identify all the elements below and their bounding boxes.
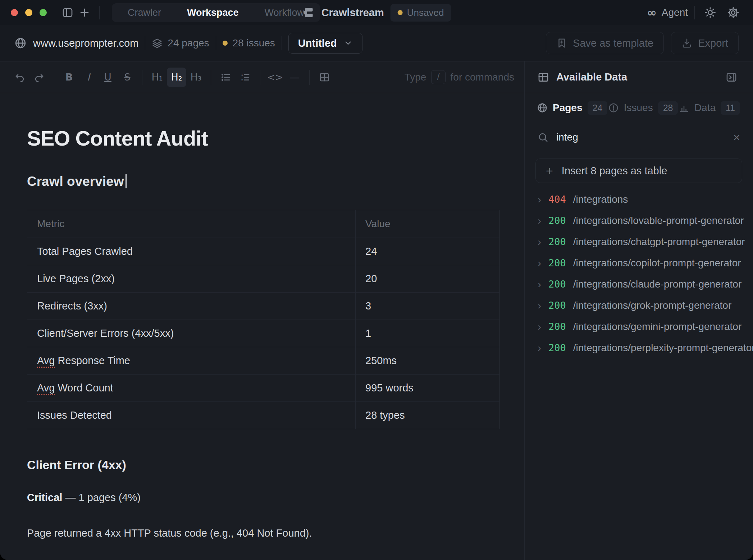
document-heading[interactable]: SEO Content Audit (27, 126, 500, 150)
hint-prefix: Type (405, 72, 426, 83)
page-list-item[interactable]: › 200 /integrations/claude-prompt-genera… (525, 274, 753, 295)
status-code: 200 (548, 279, 566, 290)
heading2-button[interactable]: H₂ (167, 68, 186, 87)
value-cell[interactable]: 20 (356, 265, 500, 293)
status-code: 200 (548, 215, 566, 226)
section-heading[interactable]: Crawl overview (27, 174, 500, 189)
bold-button[interactable]: B (59, 68, 79, 87)
severity-line[interactable]: Critical — 1 pages (4%) (27, 488, 500, 508)
status-code: 200 (548, 342, 566, 353)
value-cell[interactable]: 995 words (356, 375, 500, 402)
clear-search-button[interactable]: × (733, 132, 740, 143)
titlebar-divider (694, 6, 695, 19)
metric-text: Total Pages Crawled (37, 245, 133, 257)
heading3-button[interactable]: H₃ (186, 68, 206, 87)
chevron-right-icon[interactable]: › (538, 300, 541, 311)
theme-toggle-button[interactable] (701, 4, 719, 22)
redo-button[interactable] (29, 68, 49, 87)
page-list-item[interactable]: › 200 /integrations/perplexity-prompt-ge… (525, 337, 753, 358)
panel-tabs: Pages 24 Issues 28 Data 11 (525, 93, 753, 123)
numbered-list-button[interactable]: 12 (236, 68, 255, 87)
page-list-item[interactable]: › 200 /integrations/grok-prompt-generato… (525, 295, 753, 316)
value-cell[interactable]: 1 (356, 320, 500, 347)
search-input[interactable] (556, 132, 725, 143)
download-icon (681, 38, 692, 49)
svg-text:2: 2 (241, 78, 243, 82)
metric-cell[interactable]: Live Pages (2xx) (27, 265, 356, 293)
tab-data[interactable]: Data 11 (679, 101, 740, 115)
value-cell[interactable]: 250ms (356, 347, 500, 375)
metric-cell[interactable]: Avg Response Time (27, 347, 356, 375)
maximize-window-button[interactable] (40, 9, 47, 16)
value-cell[interactable]: 24 (356, 238, 500, 265)
sidebar-panel-icon (62, 7, 73, 18)
panel-header: Available Data (525, 61, 753, 93)
insert-table-button[interactable] (315, 68, 334, 87)
chevron-right-icon[interactable]: › (538, 321, 541, 332)
table-row: Redirects (3xx) 3 (27, 293, 500, 320)
metric-text: Client/Server Errors (4xx/5xx) (37, 327, 174, 339)
bullet-list-button[interactable] (216, 68, 236, 87)
insert-pages-as-table-button[interactable]: + Insert 8 pages as table (535, 159, 742, 183)
tab-pages[interactable]: Pages 24 (537, 101, 607, 115)
undo-button[interactable] (10, 68, 29, 87)
section-heading-text: Crawl overview (27, 174, 124, 189)
globe-icon (14, 37, 27, 49)
page-list-item[interactable]: › 200 /integrations/copilot-prompt-gener… (525, 252, 753, 274)
issues-count-badge: 28 (658, 101, 678, 115)
horizontal-rule-button[interactable]: — (285, 68, 304, 87)
metric-cell[interactable]: Total Pages Crawled (27, 238, 356, 265)
page-list-item[interactable]: › 200 /integrations/chatgpt-prompt-gener… (525, 231, 753, 252)
unsaved-dot-icon (398, 10, 403, 15)
actionbar-divider (282, 36, 282, 50)
chevron-right-icon[interactable]: › (538, 215, 541, 226)
format-toolbar: B I U S H₁ H₂ H₃ 12 <> — Type / for (0, 61, 524, 93)
sidebar-toggle-button[interactable] (59, 4, 76, 21)
save-status-badge: Unsaved (391, 4, 451, 22)
italic-button[interactable]: I (79, 68, 98, 87)
tab-issues[interactable]: Issues 28 (608, 101, 678, 115)
site-url[interactable]: www.useprompter.com (33, 37, 138, 49)
document-title-dropdown[interactable]: Untitled (288, 33, 362, 54)
new-tab-button[interactable] (76, 4, 93, 21)
underline-button[interactable]: U (98, 68, 118, 87)
value-cell[interactable]: 28 types (356, 402, 500, 429)
available-data-panel: Available Data Pages 24 Issues 28 (524, 61, 753, 560)
subsection-heading[interactable]: Client Error (4xx) (27, 458, 500, 472)
table-row: Issues Detected 28 types (27, 402, 500, 429)
metric-cell[interactable]: Issues Detected (27, 402, 356, 429)
app-logo-icon (302, 6, 315, 19)
save-as-template-button[interactable]: Save as template (546, 32, 664, 54)
page-list-item[interactable]: › 200 /integrations/gemini-prompt-genera… (525, 316, 753, 337)
issue-description[interactable]: Page returned a 4xx HTTP status code (e.… (27, 523, 500, 543)
heading1-button[interactable]: H₁ (147, 68, 167, 87)
code-block-button[interactable]: <> (265, 68, 285, 87)
value-cell[interactable]: 3 (356, 293, 500, 320)
slash-keycap: / (431, 70, 445, 84)
document-editor[interactable]: SEO Content Audit Crawl overview Metric … (0, 93, 524, 560)
collapse-panel-button[interactable] (723, 69, 740, 86)
settings-button[interactable] (724, 4, 742, 22)
metric-cell[interactable]: Avg Word Count (27, 375, 356, 402)
metric-text: Issues Detected (37, 409, 112, 421)
export-button[interactable]: Export (671, 32, 739, 54)
page-list-item[interactable]: › 404 /integrations (525, 189, 753, 210)
chevron-right-icon[interactable]: › (538, 194, 541, 205)
table-icon (319, 72, 330, 83)
tab-pages-label: Pages (553, 102, 583, 114)
page-list-item[interactable]: › 200 /integrations/lovable-prompt-gener… (525, 210, 753, 231)
chevron-right-icon[interactable]: › (538, 237, 541, 247)
chevron-right-icon[interactable]: › (538, 279, 541, 290)
metric-cell[interactable]: Redirects (3xx) (27, 293, 356, 320)
minimize-window-button[interactable] (25, 9, 32, 16)
tab-crawler[interactable]: Crawler (115, 5, 174, 20)
bookmark-plus-icon (556, 38, 567, 49)
tab-workspace[interactable]: Workspace (174, 5, 252, 20)
tab-issues-label: Issues (624, 102, 653, 114)
strikethrough-button[interactable]: S (118, 68, 137, 87)
agent-button[interactable]: ∞ Agent (647, 7, 688, 18)
metric-cell[interactable]: Client/Server Errors (4xx/5xx) (27, 320, 356, 347)
close-window-button[interactable] (11, 9, 18, 16)
chevron-right-icon[interactable]: › (538, 343, 541, 353)
chevron-right-icon[interactable]: › (538, 258, 541, 268)
